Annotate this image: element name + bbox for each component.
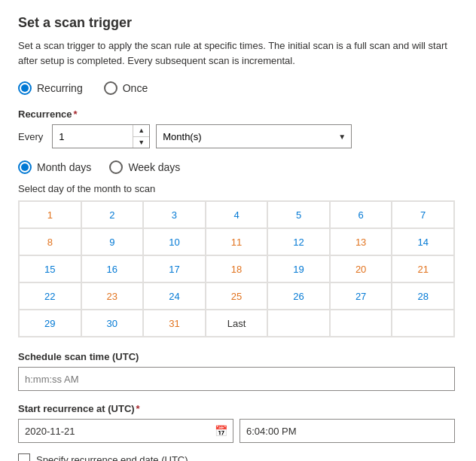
calendar-day-cell[interactable]: 6 <box>330 201 392 228</box>
calendar-day-cell[interactable]: 8 <box>19 228 81 255</box>
calendar-day-cell[interactable]: 28 <box>392 282 454 310</box>
calendar-day-cell[interactable]: 24 <box>143 282 206 310</box>
recurring-radio[interactable] <box>18 81 32 95</box>
calendar-day-cell[interactable]: 10 <box>143 228 206 255</box>
end-date-row: Specify recurrence end date (UTC) <box>18 453 458 461</box>
calendar-day-cell[interactable]: 31 <box>143 310 206 337</box>
week-days-radio[interactable] <box>109 160 123 174</box>
recurring-label: Recurring <box>37 82 83 94</box>
period-dropdown[interactable]: Month(s) Week(s) Day(s) <box>156 124 352 148</box>
calendar-day-cell[interactable]: 18 <box>206 255 268 282</box>
required-star: * <box>74 108 78 120</box>
calendar-day-cell[interactable]: 26 <box>267 282 330 310</box>
end-date-checkbox[interactable] <box>18 453 30 461</box>
end-date-label: Specify recurrence end date (UTC) <box>36 454 188 462</box>
month-days-radio[interactable] <box>18 160 32 174</box>
once-option[interactable]: Once <box>104 81 148 95</box>
calendar-empty-cell <box>267 310 330 337</box>
period-dropdown-wrap: Month(s) Week(s) Day(s) ▼ <box>156 124 352 148</box>
schedule-time-input[interactable] <box>18 367 455 391</box>
calendar-day-cell[interactable]: 29 <box>19 310 81 337</box>
calendar-day-cell[interactable]: 17 <box>143 255 206 282</box>
once-radio[interactable] <box>104 81 117 95</box>
page-description: Set a scan trigger to apply the scan rul… <box>18 38 458 68</box>
calendar-day-cell[interactable]: 4 <box>206 201 268 228</box>
recurrence-label: Recurrence* <box>18 108 458 120</box>
calendar-instruction: Select day of the month to scan <box>18 183 458 194</box>
start-date-input[interactable] <box>18 419 233 443</box>
schedule-time-input-wrap <box>18 367 455 391</box>
start-recurrence-label: Start recurrence at (UTC)* <box>18 403 458 414</box>
day-type-group: Month days Week days <box>18 160 458 174</box>
calendar-day-cell[interactable]: 27 <box>330 282 392 310</box>
start-time-wrap <box>240 419 455 443</box>
calendar-day-cell[interactable]: 21 <box>392 255 454 282</box>
schedule-scan-label: Schedule scan time (UTC) <box>18 351 458 362</box>
calendar-day-cell[interactable]: 1 <box>19 201 81 228</box>
required-star-2: * <box>136 403 140 414</box>
calendar-day-cell[interactable]: 2 <box>81 201 144 228</box>
calendar-day-cell[interactable]: 15 <box>19 255 81 282</box>
page-title: Set a scan trigger <box>18 15 458 31</box>
calendar-empty-cell <box>330 310 392 337</box>
calendar-day-cell[interactable]: Last <box>206 310 268 337</box>
recurrence-row: Every ▲ ▼ Month(s) Week(s) Day(s) ▼ <box>18 124 458 148</box>
calendar-day-cell[interactable]: 11 <box>206 228 268 255</box>
every-label: Every <box>18 131 43 142</box>
calendar-day-cell[interactable]: 14 <box>392 228 454 255</box>
calendar-day-cell[interactable]: 12 <box>267 228 330 255</box>
calendar-day-cell[interactable]: 30 <box>81 310 144 337</box>
calendar-day-cell[interactable]: 3 <box>143 201 206 228</box>
month-days-option[interactable]: Month days <box>18 160 91 174</box>
spin-up-button[interactable]: ▲ <box>133 125 149 137</box>
spin-buttons: ▲ ▼ <box>133 125 149 148</box>
month-days-label: Month days <box>37 161 91 173</box>
calendar-day-cell[interactable]: 25 <box>206 282 268 310</box>
calendar-day-cell[interactable]: 19 <box>267 255 330 282</box>
calendar-day-cell[interactable]: 16 <box>81 255 144 282</box>
calendar-grid: 1234567891011121314151617181920212223242… <box>18 200 455 337</box>
once-label: Once <box>123 82 148 94</box>
start-time-input[interactable] <box>240 419 455 443</box>
spin-down-button[interactable]: ▼ <box>133 137 149 148</box>
calendar-day-cell[interactable]: 5 <box>267 201 330 228</box>
date-input-wrap: 📅 <box>18 419 233 443</box>
calendar-day-cell[interactable]: 22 <box>19 282 81 310</box>
recurring-option[interactable]: Recurring <box>18 81 83 95</box>
trigger-type-group: Recurring Once <box>18 81 458 95</box>
week-days-label: Week days <box>128 161 180 173</box>
calendar-day-cell[interactable]: 13 <box>330 228 392 255</box>
calendar-empty-cell <box>392 310 454 337</box>
week-days-option[interactable]: Week days <box>109 160 180 174</box>
start-recurrence-section: Start recurrence at (UTC)* 📅 <box>18 403 458 443</box>
calendar-day-cell[interactable]: 23 <box>81 282 144 310</box>
schedule-scan-section: Schedule scan time (UTC) <box>18 351 458 391</box>
start-row: 📅 <box>18 419 455 443</box>
calendar-day-cell[interactable]: 7 <box>392 201 454 228</box>
calendar-day-cell[interactable]: 20 <box>330 255 392 282</box>
recurrence-number-input: ▲ ▼ <box>52 124 150 148</box>
calendar-day-cell[interactable]: 9 <box>81 228 144 255</box>
